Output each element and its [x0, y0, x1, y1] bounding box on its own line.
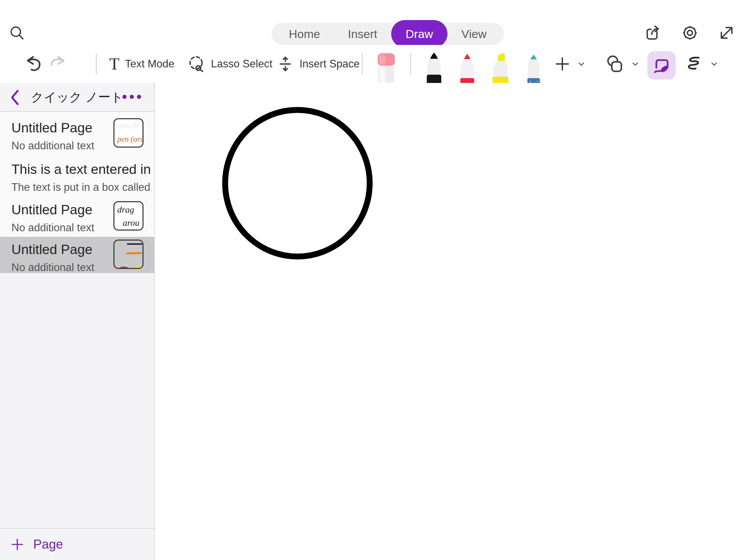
page-list-sidebar: クイック ノート Untitled Page No additional tex…	[0, 83, 155, 560]
toolbar-divider	[362, 53, 363, 75]
page-list: Untitled Page No additional text pen (bl…	[0, 112, 154, 273]
top-bar: Home Insert Draw View	[0, 0, 747, 45]
add-page-label: Page	[33, 537, 63, 552]
ink-to-shape-icon	[652, 56, 671, 75]
tab-view[interactable]: View	[448, 23, 500, 45]
chevron-down-icon	[577, 59, 586, 68]
plus-icon	[553, 55, 571, 73]
redo-icon	[48, 54, 68, 74]
chevron-down-icon	[710, 59, 719, 68]
tab-home[interactable]: Home	[275, 23, 334, 45]
insert-space-label: Insert Space	[299, 58, 360, 70]
page-thumbnail: pen (bl pen (ora	[113, 118, 144, 148]
chevron-down-icon	[631, 59, 640, 68]
lasso-icon	[187, 55, 205, 73]
main-area: クイック ノート Untitled Page No additional tex…	[0, 83, 747, 560]
black-pen-tool[interactable]	[423, 52, 445, 83]
page-list-item[interactable]: Untitled Page No additional text pen (bl…	[0, 112, 154, 154]
top-actions	[642, 21, 738, 44]
more-options-button[interactable]	[122, 95, 141, 99]
red-pen-tool[interactable]	[456, 52, 479, 83]
ribbon-tab-bar: Home Insert Draw View	[271, 23, 504, 45]
lasso-label: Lasso Select	[211, 58, 273, 70]
page-thumbnail: drag arou	[113, 201, 144, 231]
page-subtitle: The text is put in a box called...	[11, 181, 151, 194]
fullscreen-button[interactable]	[715, 21, 738, 44]
search-icon	[8, 24, 26, 42]
yellow-highlighter-tool[interactable]	[489, 52, 512, 83]
insert-space-icon	[277, 55, 294, 73]
canvas-ink-layer	[155, 83, 746, 560]
page-list-item-selected[interactable]: Untitled Page No additional text	[0, 237, 154, 273]
scribble-icon	[683, 53, 704, 75]
page-title: This is a text entered in...	[11, 162, 151, 177]
toolbar-divider	[96, 53, 97, 75]
drawn-circle[interactable]	[225, 110, 370, 256]
search-button[interactable]	[7, 23, 27, 43]
text-mode-icon: T	[109, 56, 119, 72]
undo-button[interactable]	[24, 45, 44, 83]
text-mode-button[interactable]: T Text Mode	[109, 45, 174, 83]
page-list-item[interactable]: Untitled Page No additional text drag ar…	[0, 195, 154, 237]
undo-icon	[24, 54, 44, 74]
app-window: Home Insert Draw View	[0, 0, 747, 560]
ink-to-shape-button[interactable]	[647, 51, 676, 80]
shapes-icon	[605, 54, 625, 74]
share-button[interactable]	[642, 21, 665, 44]
toolbar-divider	[410, 53, 411, 75]
eraser-tool[interactable]	[375, 52, 398, 83]
lasso-select-button[interactable]: Lasso Select	[187, 45, 273, 83]
tab-draw[interactable]: Draw	[391, 20, 448, 48]
tab-insert[interactable]: Insert	[334, 23, 391, 45]
add-pen-button[interactable]	[553, 45, 586, 83]
share-icon	[644, 23, 663, 43]
plus-icon	[10, 538, 24, 551]
teal-pen-tool[interactable]	[522, 52, 545, 83]
draw-toolbar: T Text Mode Lasso Select Insert Space	[0, 45, 747, 83]
page-list-item[interactable]: This is a text entered in... The text is…	[0, 154, 154, 195]
redo-button[interactable]	[48, 45, 68, 83]
sidebar-header: クイック ノート	[0, 83, 154, 112]
shapes-button[interactable]	[605, 45, 640, 83]
expand-icon	[717, 23, 736, 43]
text-mode-label: Text Mode	[125, 58, 174, 70]
settings-button[interactable]	[679, 21, 701, 44]
scribble-button[interactable]	[683, 45, 719, 83]
insert-space-button[interactable]: Insert Space	[277, 45, 360, 83]
page-thumbnail	[113, 240, 144, 269]
add-page-button[interactable]: Page	[0, 528, 154, 560]
gear-icon	[680, 23, 700, 43]
drawing-canvas[interactable]	[155, 83, 747, 560]
thumbnail-sketch	[114, 241, 142, 268]
